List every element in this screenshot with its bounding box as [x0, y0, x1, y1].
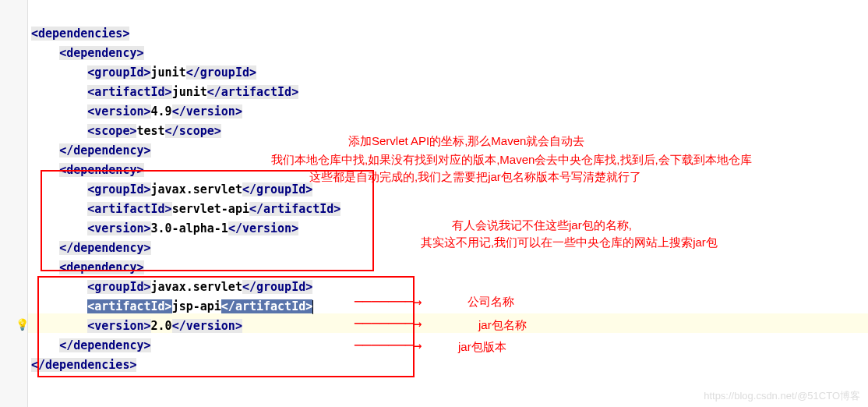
tag-dependency-3-close: </dependency> — [59, 338, 150, 352]
line-d3-ver: <version>2.0</version> — [87, 319, 242, 333]
arrow-icon: ───────→ — [355, 315, 422, 331]
annotation-block1-line1: 添加Servlet API的坐标,那么Maven就会自动去 — [348, 133, 584, 150]
line-d2-gid: <groupId>javax.servlet</groupId> — [87, 182, 312, 196]
tag-dependencies-open: <dependencies> — [31, 27, 129, 41]
line-d1-scope: <scope>test</scope> — [87, 124, 221, 138]
lightbulb-icon[interactable]: 💡 — [16, 318, 29, 331]
line-d3-gid: <groupId>javax.servlet</groupId> — [87, 280, 312, 294]
arrow-icon: ───────→ — [355, 293, 422, 310]
code-editor-content[interactable]: <dependencies> <dependency> <groupId>jun… — [31, 5, 340, 375]
annotation-block2-line2: 其实这不用记,我们可以在一些中央仓库的网站上搜索jar包 — [421, 234, 718, 252]
annotation-block2-line1: 有人会说我记不住这些jar包的名称, — [452, 217, 632, 235]
annotation-company: 公司名称 — [468, 295, 514, 310]
line-d1-aid: <artifactId>junit</artifactId> — [87, 85, 298, 99]
watermark-text: https://blog.csdn.net/@51CTO博客 — [704, 389, 860, 403]
annotation-block1-line3: 这些都是自动完成的,我们之需要把jar包名称版本号写清楚就行了 — [309, 168, 641, 186]
tag-dependency-1-close: </dependency> — [59, 143, 150, 157]
annotation-jarname: jar包名称 — [478, 318, 527, 333]
tag-dependency-1-open: <dependency> — [59, 46, 143, 60]
tag-dependencies-close: </dependencies> — [31, 358, 136, 372]
annotation-jarver: jar包版本 — [458, 340, 506, 355]
line-d1-ver: <version>4.9</version> — [87, 104, 242, 119]
line-d2-ver: <version>3.0-alpha-1</version> — [87, 221, 298, 235]
line-d3-aid: <artifactId>jsp-api</artifactId> — [87, 299, 313, 313]
tag-dependency-2-open: <dependency> — [59, 163, 143, 177]
line-d2-aid: <artifactId>servlet-api</artifactId> — [87, 202, 340, 216]
line-d1-gid: <groupId>junit</groupId> — [87, 65, 256, 80]
annotation-block1-line2: 我们本地仓库中找,如果没有找到对应的版本,Maven会去中央仓库找,找到后,会下… — [271, 151, 752, 169]
arrow-icon: ───────→ — [355, 337, 422, 353]
editor-gutter — [0, 0, 28, 407]
tag-dependency-3-open: <dependency> — [59, 260, 143, 274]
tag-dependency-2-close: </dependency> — [59, 241, 150, 255]
